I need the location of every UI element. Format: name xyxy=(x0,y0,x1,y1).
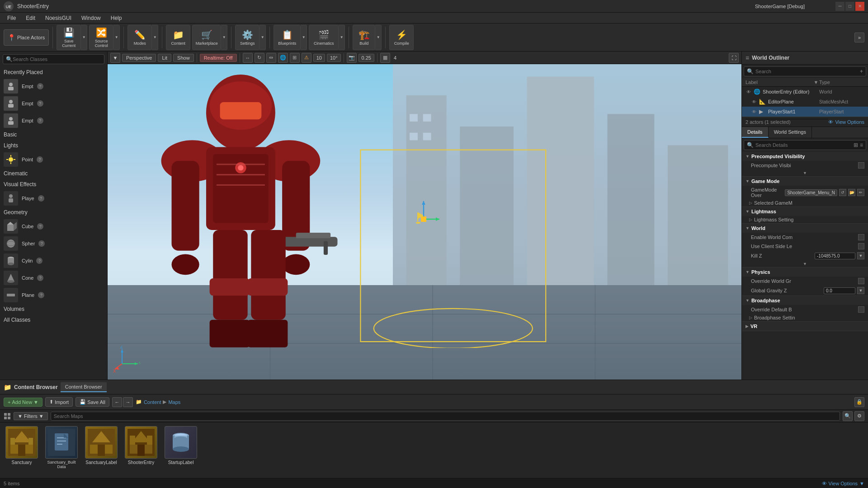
checkbox-world-comp[interactable] xyxy=(858,234,864,240)
checkbox-override-gravity[interactable] xyxy=(858,278,864,284)
cb-tab-1[interactable]: Content Browser xyxy=(61,382,107,392)
tab-details[interactable]: Details xyxy=(742,127,769,138)
actor-help-point[interactable]: ? xyxy=(37,156,43,163)
save-all-button[interactable]: 💾 Save All xyxy=(75,397,109,407)
category-visual-effects[interactable]: Visual Effects xyxy=(0,179,107,190)
actor-help-sphere[interactable]: ? xyxy=(38,240,45,247)
selected-gamem-row[interactable]: ▷ Selected GameM xyxy=(742,199,868,206)
details-grid-icon[interactable]: ⊞ xyxy=(854,142,858,148)
build-arrow[interactable]: ▼ xyxy=(375,25,382,50)
camera-icon[interactable]: 📷 xyxy=(347,53,357,63)
cinematics-button[interactable]: 🎬 Cinematics xyxy=(309,25,339,50)
menu-edit[interactable]: Edit xyxy=(21,14,40,22)
menu-file[interactable]: File xyxy=(3,14,20,22)
path-content[interactable]: Content xyxy=(144,399,161,405)
source-control-button[interactable]: 🔀 Source Control xyxy=(89,25,113,50)
source-control-arrow[interactable]: ▼ xyxy=(113,25,120,50)
warning-icon[interactable]: ⚠ xyxy=(302,53,311,63)
rotate-icon[interactable]: ↻ xyxy=(255,53,264,63)
camera-speed[interactable]: 0.25 xyxy=(359,54,374,62)
toolbar-expand[interactable]: » xyxy=(854,33,864,42)
actor-help-cone[interactable]: ? xyxy=(37,275,43,281)
scale-icon[interactable]: ⇔ xyxy=(266,53,276,63)
blueprints-button[interactable]: 📋 Blueprints xyxy=(274,25,301,50)
actor-help-plane[interactable]: ? xyxy=(38,292,44,298)
checkbox-precompute[interactable] xyxy=(858,162,864,169)
section-header-vr[interactable]: ▶ VR xyxy=(742,322,868,331)
gamemode-edit-btn[interactable]: ✏ xyxy=(857,189,864,196)
sort-arrow[interactable]: ▼ xyxy=(813,80,819,85)
menu-window[interactable]: Window xyxy=(77,14,105,22)
outliner-item-playerstart[interactable]: 👁 ▶ PlayerStart1 PlayerStart xyxy=(742,107,868,117)
filter-button[interactable]: ▼ Filters ▼ xyxy=(14,412,48,420)
category-basic[interactable]: Basic xyxy=(0,129,107,140)
grid-size[interactable]: 10 xyxy=(313,54,325,62)
view-options-button[interactable]: 👁 View Options xyxy=(828,119,864,125)
build-button[interactable]: 🏗️ Build xyxy=(353,25,375,50)
category-volumes[interactable]: Volumes xyxy=(0,304,107,314)
actor-row-point[interactable]: Point ? xyxy=(0,151,107,168)
actor-row-empty3[interactable]: Empt ? xyxy=(0,112,107,129)
viewport[interactable]: Y Z X xyxy=(108,64,741,380)
import-button[interactable]: ⬆ Import xyxy=(45,397,73,407)
checkbox-override-default[interactable] xyxy=(858,306,864,313)
search-classes-input[interactable] xyxy=(13,56,101,62)
category-lights[interactable]: Lights xyxy=(0,140,107,151)
save-current-arrow[interactable]: ▼ xyxy=(81,25,87,50)
nav-forward-button[interactable]: → xyxy=(123,397,133,407)
actor-row-cylinder[interactable]: Cylin ? xyxy=(0,252,107,269)
cb-save-icon-btn[interactable]: 🔒 xyxy=(854,397,864,407)
dropdown-gamemode[interactable]: ShooterGame_Menu_N xyxy=(785,189,837,196)
marketplace-button[interactable]: 🛒 Marketplace xyxy=(192,25,221,50)
compile-button[interactable]: ⚡ Compile xyxy=(389,25,414,50)
show-button[interactable]: Show xyxy=(173,54,194,62)
view-options-status-button[interactable]: 👁 View Options ▼ xyxy=(822,481,865,486)
nav-back-button[interactable]: ← xyxy=(112,397,122,407)
close-button[interactable]: ✕ xyxy=(855,2,864,11)
settings-button[interactable]: ⚙️ Settings xyxy=(235,25,259,50)
kill-z-down-btn[interactable]: ▼ xyxy=(857,252,864,259)
add-new-button[interactable]: + Add New ▼ xyxy=(4,398,42,407)
section-header-lightmass[interactable]: ▼ Lightmass xyxy=(742,207,868,216)
broadphase-setting-row[interactable]: ▷ Broadphase Settin xyxy=(742,314,868,321)
outliner-item-world[interactable]: 👁 🌐 ShooterEntry (Editor) World xyxy=(742,87,868,97)
details-list-icon[interactable]: ≡ xyxy=(860,142,863,148)
actor-help-player[interactable]: ? xyxy=(38,195,44,202)
outliner-add-icon[interactable]: + xyxy=(860,68,863,75)
grid-toggle[interactable]: ▦ xyxy=(380,53,390,63)
expand-more-precomputed[interactable]: ▼ xyxy=(742,170,868,176)
gravity-down-btn[interactable]: ▼ xyxy=(857,287,864,294)
actor-help-cylinder[interactable]: ? xyxy=(36,258,42,264)
category-cinematic[interactable]: Cinematic xyxy=(0,168,107,179)
actor-help-empty3[interactable]: ? xyxy=(37,117,43,124)
gamemode-browse-btn[interactable]: 📂 xyxy=(848,189,855,196)
outliner-search-input[interactable] xyxy=(755,69,858,74)
content-item-sanctuary-built-data[interactable]: Sanctuary_BuiltData xyxy=(43,426,80,469)
actor-row-plane[interactable]: Plane ? xyxy=(0,286,107,304)
blueprints-arrow[interactable]: ▼ xyxy=(301,25,307,50)
save-current-button[interactable]: 💾 Save Current xyxy=(57,25,81,50)
realtime-button[interactable]: Realtime: Off xyxy=(200,54,237,62)
filter-options-btn[interactable]: ⚙ xyxy=(854,411,864,421)
section-header-precomputed-visibility[interactable]: ▼ Precomputed Visibility xyxy=(742,152,868,161)
actor-help-empty1[interactable]: ? xyxy=(37,83,43,89)
maximize-viewport[interactable]: ⛶ xyxy=(729,53,739,63)
maximize-button[interactable]: □ xyxy=(845,2,854,11)
input-global-gravity[interactable]: 0.0 xyxy=(824,287,855,294)
modes-arrow[interactable]: ▼ xyxy=(152,25,158,50)
actor-row-sphere[interactable]: Spher ? xyxy=(0,235,107,252)
toolbar-expand-icon[interactable]: » xyxy=(854,33,864,42)
actor-row-cube[interactable]: Cube ? xyxy=(0,218,107,235)
actor-row-player[interactable]: Playe ? xyxy=(0,190,107,207)
settings-arrow[interactable]: ▼ xyxy=(259,25,266,50)
actor-row-empty2[interactable]: Empt ? xyxy=(0,95,107,112)
outliner-item-editorplane[interactable]: 👁 📐 EditorPlane StaticMeshAct xyxy=(742,97,868,107)
lightmass-setting-row[interactable]: ▷ Lightmass Setting xyxy=(742,216,868,223)
lit-button[interactable]: Lit xyxy=(158,54,171,62)
input-kill-z[interactable]: -1048575.0 xyxy=(815,253,855,259)
place-actors-button[interactable]: 📍 Place Actors xyxy=(4,29,49,46)
window-controls[interactable]: ─ □ ✕ xyxy=(835,2,864,11)
viewport-settings-btn[interactable]: ▼ xyxy=(110,53,120,63)
section-header-broadphase[interactable]: ▼ Broadphase xyxy=(742,296,868,305)
grid-icon[interactable]: ⊞ xyxy=(290,53,300,63)
